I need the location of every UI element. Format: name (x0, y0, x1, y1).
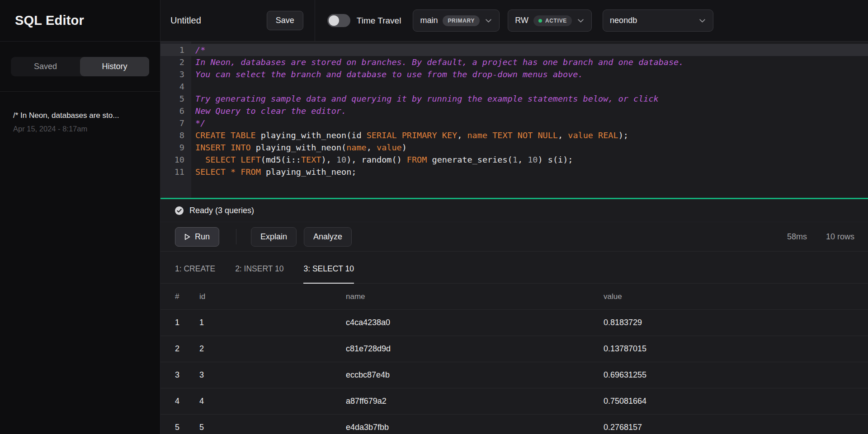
query-row-count: 10 rows (826, 232, 854, 242)
toggle-knob-icon (329, 15, 339, 26)
analyze-button[interactable]: Analyze (304, 227, 352, 247)
run-button[interactable]: Run (175, 227, 219, 247)
status-text: Ready (3 queries) (189, 206, 254, 215)
line-number: 9 (160, 141, 191, 154)
sidebar: SQL Editor Saved History /* In Neon, dat… (0, 0, 160, 434)
table-cell: 3 (175, 370, 199, 380)
line-number: 5 (160, 93, 191, 105)
table-cell: a87ff679a2 (346, 397, 604, 406)
query-title[interactable]: Untitled (170, 15, 201, 26)
result-tab[interactable]: 3: SELECT 10 (303, 264, 354, 284)
action-divider (236, 229, 236, 244)
saved-history-tabs: Saved History (11, 57, 149, 76)
table-cell: 0.69631255 (604, 370, 868, 380)
line-code (191, 80, 195, 93)
branch-name: main (420, 16, 438, 25)
line-number: 7 (160, 117, 191, 129)
query-metrics: 58ms 10 rows (787, 232, 854, 242)
sidebar-header: SQL Editor (0, 0, 160, 42)
line-number: 3 (160, 68, 191, 80)
time-travel-label: Time Travel (357, 16, 401, 26)
editor-lines: 1/*2In Neon, databases are stored on bra… (160, 44, 868, 178)
active-dot-icon (538, 19, 542, 23)
editor-line[interactable]: 5Try generating sample data and querying… (160, 93, 868, 105)
table-cell: eccbc87e4b (346, 370, 604, 380)
table-header-cell: name (346, 292, 604, 301)
editor-line[interactable]: 3You can select the branch and database … (160, 68, 868, 80)
topbar-divider (315, 0, 315, 42)
table-cell: 4 (175, 397, 199, 406)
tab-history[interactable]: History (80, 57, 149, 76)
results-table: #idnamevalue11c4ca4238a00.818372922c81e7… (160, 284, 868, 434)
save-button[interactable]: Save (267, 11, 303, 30)
table-cell: 4 (199, 397, 346, 406)
table-row[interactable]: 33eccbc87e4b0.69631255 (160, 362, 868, 388)
history-item-title: /* In Neon, databases are sto... (13, 111, 147, 120)
time-travel-toggle[interactable] (327, 14, 350, 27)
table-cell: 3 (199, 370, 346, 380)
line-number: 6 (160, 105, 191, 117)
compute-select[interactable]: RW ACTIVE (508, 9, 592, 32)
database-name: neondb (610, 16, 637, 25)
history-item[interactable]: /* In Neon, databases are sto... Apr 15,… (0, 92, 160, 133)
editor-line[interactable]: 4 (160, 80, 868, 93)
table-header-row: #idnamevalue (160, 284, 868, 310)
editor-line[interactable]: 9INSERT INTO playing_with_neon(name, val… (160, 141, 868, 154)
chevron-down-icon (485, 17, 492, 24)
line-number: 8 (160, 129, 191, 141)
table-cell: 1 (175, 318, 199, 327)
action-row: Run Explain Analyze 58ms 10 rows (160, 222, 868, 252)
line-code: SELECT LEFT(md5(i::TEXT), 10), random() … (191, 154, 573, 166)
app-root: SQL Editor Saved History /* In Neon, dat… (0, 0, 868, 434)
main-panel: Untitled Save Time Travel main PRIMARY R… (160, 0, 868, 434)
chevron-down-icon (577, 17, 585, 24)
result-tab[interactable]: 2: INSERT 10 (235, 264, 283, 284)
table-row[interactable]: 11c4ca4238a00.8183729 (160, 310, 868, 336)
line-number: 1 (160, 44, 191, 56)
table-cell: 0.13787015 (604, 344, 868, 354)
ready-check-icon (175, 206, 184, 215)
table-cell: 2 (199, 344, 346, 354)
table-cell: 0.75081664 (604, 397, 868, 406)
compute-name: RW (515, 16, 528, 25)
editor-line[interactable]: 2In Neon, databases are stored on branch… (160, 56, 868, 68)
editor-line[interactable]: 10 SELECT LEFT(md5(i::TEXT), 10), random… (160, 154, 868, 166)
app-title: SQL Editor (15, 13, 84, 28)
sql-editor[interactable]: 1/*2In Neon, databases are stored on bra… (160, 42, 868, 198)
line-number: 10 (160, 154, 191, 166)
table-cell: 0.2768157 (604, 423, 868, 432)
table-cell: c81e728d9d (346, 344, 604, 354)
table-header-cell: value (604, 292, 868, 301)
line-code: You can select the branch and database t… (191, 68, 583, 80)
play-icon (184, 233, 190, 240)
editor-line[interactable]: 11SELECT * FROM playing_with_neon; (160, 166, 868, 178)
query-duration: 58ms (787, 232, 807, 242)
history-item-timestamp: Apr 15, 2024 - 8:17am (13, 125, 147, 133)
database-select[interactable]: neondb (603, 9, 713, 32)
line-code: SELECT * FROM playing_with_neon; (191, 166, 356, 178)
topbar: Untitled Save Time Travel main PRIMARY R… (160, 0, 868, 42)
compute-status-label: ACTIVE (545, 18, 567, 24)
line-code: In Neon, databases are stored on branche… (191, 56, 684, 68)
editor-line[interactable]: 7*/ (160, 117, 868, 129)
table-row[interactable]: 22c81e728d9d0.13787015 (160, 336, 868, 362)
table-row[interactable]: 44a87ff679a20.75081664 (160, 388, 868, 415)
editor-line[interactable]: 6New Query to clear the editor. (160, 105, 868, 117)
tab-saved[interactable]: Saved (11, 57, 80, 76)
table-row[interactable]: 55e4da3b7fbb0.2768157 (160, 415, 868, 434)
table-cell: 0.8183729 (604, 318, 868, 327)
editor-line[interactable]: 1/* (160, 44, 868, 56)
table-header-cell: # (175, 292, 199, 301)
line-code: Try generating sample data and querying … (191, 93, 659, 105)
explain-button[interactable]: Explain (251, 227, 297, 247)
line-number: 2 (160, 56, 191, 68)
result-tab[interactable]: 1: CREATE (175, 264, 215, 284)
run-button-label: Run (195, 232, 210, 242)
line-number: 4 (160, 80, 191, 93)
branch-select[interactable]: main PRIMARY (413, 9, 500, 32)
result-tabs: 1: CREATE2: INSERT 103: SELECT 10 (160, 252, 868, 284)
branch-primary-badge: PRIMARY (443, 15, 480, 26)
table-cell: 5 (199, 423, 346, 432)
editor-line[interactable]: 8CREATE TABLE playing_with_neon(id SERIA… (160, 129, 868, 141)
line-code: /* (191, 44, 205, 56)
